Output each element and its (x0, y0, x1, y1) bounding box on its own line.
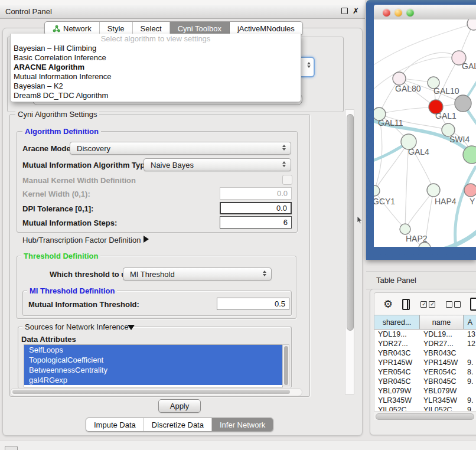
restore-icon[interactable] (341, 8, 348, 14)
table-cell[interactable]: YPR145W (420, 358, 464, 367)
network-svg: GALGAL80GAL10GAL1GAL11SWI4GAL4GCY1HAP4YH… (374, 19, 476, 247)
attribute-item-selected[interactable]: TopologicalCoefficient (24, 355, 282, 365)
mi-steps-input[interactable]: 6 (220, 216, 292, 229)
aracne-mode-select[interactable]: Discovery (70, 142, 291, 155)
network-node[interactable] (455, 95, 471, 112)
dropdown-item[interactable]: Bayesian – K2 (11, 81, 301, 91)
table-row[interactable]: YLR345WYLR345W9. (374, 396, 476, 405)
table-row[interactable]: YBR043CYBR043C (374, 348, 476, 358)
network-node[interactable] (427, 184, 440, 197)
table-row[interactable]: YBR045CYBR045C9. (374, 377, 476, 386)
table-cell[interactable]: YBL079W (420, 387, 464, 395)
network-node[interactable] (467, 19, 476, 30)
table-cell[interactable]: 13 (464, 330, 476, 338)
tab-style[interactable]: Style (100, 22, 133, 35)
table-cell[interactable]: YBR043C (374, 349, 420, 357)
network-node[interactable] (400, 224, 410, 234)
scrollbar-thumb[interactable] (347, 114, 354, 331)
table-row[interactable]: YDL19...YDL19...13 (374, 330, 476, 339)
attribute-item-selected[interactable]: SelfLoops (24, 345, 282, 355)
table-cell[interactable]: YLR345W (374, 396, 420, 405)
scrollbar-thumb[interactable] (284, 346, 288, 385)
table-cell[interactable]: 9. (464, 358, 476, 367)
attribute-item-selected[interactable]: gal4RGexp (24, 375, 282, 385)
dropdown-item[interactable]: Bayesian – Hill Climbing (11, 44, 301, 53)
column-header-name[interactable]: name (420, 315, 464, 329)
tab-select[interactable]: Select (133, 22, 170, 35)
table-cell[interactable]: YIL052C (420, 406, 464, 411)
tab-network[interactable]: Network (45, 22, 100, 35)
minimize-traffic-light[interactable] (395, 9, 402, 17)
table-cell[interactable]: YDL19... (420, 330, 464, 338)
network-edge[interactable] (405, 190, 433, 229)
table-row[interactable]: YDR27...YDR27...12 (374, 339, 476, 348)
settings-vertical-scrollbar[interactable] (345, 109, 354, 394)
column-header-partial[interactable]: A (464, 315, 476, 329)
table-cell[interactable]: 9. (464, 396, 476, 405)
table-cell[interactable]: YDR27... (374, 340, 420, 348)
minimized-window-icon[interactable] (5, 446, 18, 450)
column-header-shared-name[interactable]: shared... (374, 315, 420, 329)
table-cell[interactable]: YPR145W (374, 358, 420, 367)
unchecked-boxes-icon[interactable] (446, 301, 461, 308)
dpi-tolerance-input[interactable]: 0.0 (220, 202, 292, 214)
network-canvas[interactable]: GALGAL80GAL10GAL1GAL11SWI4GAL4GCY1HAP4YH… (374, 19, 476, 247)
table-cell[interactable]: 8. (464, 368, 476, 376)
table-cell[interactable]: YBR043C (420, 349, 464, 357)
tab-cyni-toolbox[interactable]: Cyni Toolbox (170, 22, 230, 35)
hub-expand-arrow-icon[interactable] (144, 236, 149, 243)
network-edge[interactable] (379, 107, 436, 114)
table-cell[interactable]: 12 (464, 340, 476, 348)
table-cell[interactable]: YBR045C (420, 377, 464, 386)
close-traffic-light[interactable] (383, 9, 390, 17)
attribute-item-selected[interactable]: BetweennessCentrality (24, 365, 282, 375)
table-row[interactable]: YPR145WYPR145W9. (374, 358, 476, 367)
manual-kernel-checkbox[interactable] (282, 175, 292, 185)
scrollbar-thumb[interactable] (12, 390, 290, 394)
table-row[interactable]: YER054CYER054C8. (374, 367, 476, 377)
table-cell[interactable]: YER054C (420, 368, 464, 376)
table-horizontal-scrollbar[interactable] (374, 412, 476, 420)
table-cell[interactable]: YDL19... (374, 330, 420, 338)
gear-icon[interactable]: ⚙ (383, 299, 393, 309)
apply-button[interactable]: Apply (158, 399, 201, 413)
zoom-traffic-light[interactable] (406, 9, 414, 17)
dropdown-item[interactable]: Basic Correlation Inference (11, 53, 301, 63)
focused-combo-fragment[interactable] (301, 57, 315, 77)
scrollbar-thumb[interactable] (376, 413, 474, 420)
dropdown-item[interactable]: Dream8 DC_TDC Algorithm (11, 91, 301, 100)
tab-discretize-data[interactable]: Discretize Data (144, 418, 212, 431)
close-icon[interactable]: ✗ (353, 7, 359, 15)
network-window-titlebar[interactable] (374, 5, 476, 20)
checked-boxes-icon[interactable]: ✓ ✓ (420, 301, 435, 308)
table-row[interactable]: YIL052CYIL052C9 (374, 405, 476, 411)
table-row[interactable]: YBL079WYBL079W (374, 386, 476, 396)
hub-definition-label[interactable]: Hub/Transcription Factor Definition (22, 236, 141, 244)
which-threshold-select[interactable]: MI Threshold (123, 268, 272, 281)
network-node[interactable] (374, 185, 380, 196)
tab-infer-network[interactable]: Infer Network (212, 418, 273, 431)
table-cell[interactable]: YIL052C (374, 406, 420, 411)
mi-threshold-input[interactable]: 0.5 (217, 298, 289, 310)
tab-jactivemnodules[interactable]: jActiveMNodules (230, 22, 302, 35)
dropdown-item-selected[interactable]: ARACNE Algorithm (11, 63, 301, 72)
table-cell[interactable]: YBR045C (374, 377, 420, 386)
table-cell[interactable]: 9 (464, 406, 476, 411)
attributes-list-scrollbar[interactable] (282, 344, 289, 386)
dropdown-item[interactable]: Mutual Information Inference (11, 72, 301, 81)
network-node[interactable] (393, 72, 406, 85)
mi-algorithm-type-select[interactable]: Naive Bayes (144, 158, 291, 171)
table-cell[interactable]: YDR27... (420, 340, 464, 348)
page-icon[interactable] (470, 298, 476, 311)
table-cell[interactable]: YBL079W (374, 387, 420, 395)
settings-horizontal-scrollbar[interactable] (10, 388, 302, 396)
network-edge[interactable] (374, 142, 409, 191)
table-cell[interactable]: 9. (464, 377, 476, 386)
table-cell[interactable]: YER054C (374, 368, 420, 376)
kernel-width-input[interactable]: 0.0 (220, 187, 292, 200)
tab-impute-data[interactable]: Impute Data (86, 418, 144, 431)
sources-collapse-arrow-icon[interactable] (128, 325, 135, 330)
network-node[interactable] (464, 184, 476, 197)
split-columns-icon[interactable] (402, 299, 410, 310)
table-cell[interactable]: YLR345W (420, 396, 464, 405)
